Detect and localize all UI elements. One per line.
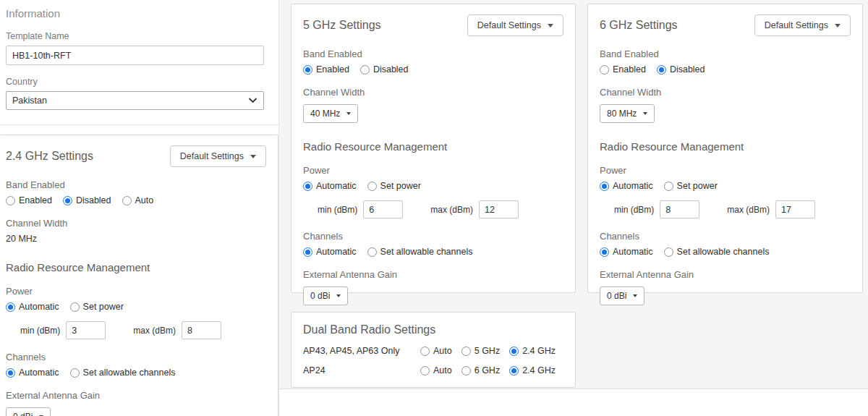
radio-label: Set allowable channels [83,368,176,378]
dual-row-label: AP43, AP45, AP63 Only [303,346,420,356]
radio-icon[interactable] [63,196,72,205]
radio-icon[interactable] [70,302,80,312]
radio-icon[interactable] [70,368,80,378]
max-dbm-input[interactable] [182,321,221,339]
radio-option-24ghz[interactable]: 2.4 GHz [509,346,556,356]
radio-icon[interactable] [367,182,377,191]
channel-width-value: 40 MHz [310,109,340,119]
channel-width-select[interactable]: 80 MHz [600,104,655,123]
band-enabled-label: Band Enabled [6,179,266,190]
band-enabled-group: Enabled Disabled [303,64,563,75]
country-select[interactable]: Pakistan [6,91,264,110]
dual-band-group: Auto 5 GHz 2.4 GHz [420,346,556,356]
radio-label: Enabled [316,64,349,75]
power-label: Power [6,286,266,297]
radio-icon[interactable] [303,247,312,257]
radio-option-24ghz[interactable]: 2.4 GHz [509,365,556,375]
radio-option-auto[interactable]: Auto [420,346,452,356]
radio-option-set-power[interactable]: Set power [664,181,718,191]
radio-icon[interactable] [303,65,312,75]
radio-option-disabled[interactable]: Disabled [657,64,705,75]
radio-option-set-power[interactable]: Set power [70,302,124,312]
radio-label: Automatic [19,368,59,378]
channel-width-value: 80 MHz [607,109,637,119]
radio-option-disabled[interactable]: Disabled [63,195,111,205]
radio-label: Enabled [613,64,646,75]
band-enabled-label: Band Enabled [600,48,851,59]
radio-icon[interactable] [509,366,519,375]
antenna-gain-select[interactable]: 0 dBi [600,286,644,305]
radio-option-automatic[interactable]: Automatic [303,247,357,257]
radio-icon[interactable] [461,347,471,356]
radio-icon[interactable] [6,196,15,205]
radio-icon[interactable] [122,196,132,205]
radio-option-enabled[interactable]: Enabled [600,64,646,75]
radio-option-automatic[interactable]: Automatic [303,181,357,191]
min-dbm-input[interactable] [363,200,403,218]
radio-option-5ghz[interactable]: 5 GHz [461,346,500,356]
power-minmax-row: min (dBm) max (dBm) [614,200,851,218]
radio-label: Enabled [19,195,52,205]
radio-option-6ghz[interactable]: 6 GHz [461,365,500,375]
default-settings-button[interactable]: Default Settings [170,145,266,167]
max-dbm-label: max (dBm) [430,205,473,215]
radio-icon[interactable] [461,366,471,375]
power-group: Automatic Set power [6,302,266,312]
channels-label: Channels [6,352,266,362]
antenna-gain-select[interactable]: 0 dBi [303,286,348,305]
radio-icon[interactable] [303,182,312,191]
rrm-title: Radio Resource Management [600,140,851,153]
radio-icon[interactable] [367,247,377,257]
dual-band-row-ap43: AP43, AP45, AP63 Only Auto 5 GHz 2.4 [303,346,563,356]
radio-label: Auto [433,365,452,375]
radio-option-auto[interactable]: Auto [420,365,452,375]
radio-option-set-allowable-channels[interactable]: Set allowable channels [367,247,473,257]
antenna-gain-label: External Antenna Gain [303,269,563,280]
radio-icon[interactable] [420,347,430,356]
radio-option-automatic[interactable]: Automatic [600,181,653,191]
default-settings-button[interactable]: Default Settings [467,14,563,36]
rf-template-page: Information Template Name Country Pakist… [0,0,868,416]
radio-label: 2.4 GHz [522,346,556,356]
antenna-gain-value: 0 dBi [607,291,626,301]
radio-option-set-power[interactable]: Set power [367,181,421,191]
antenna-gain-select[interactable]: 0 dBi [6,407,51,416]
radio-option-automatic[interactable]: Automatic [6,302,59,312]
radio-option-enabled[interactable]: Enabled [6,195,52,205]
radio-icon[interactable] [6,368,15,378]
country-select-value: Pakistan [12,95,47,106]
left-column: Information Template Name Country Pakist… [0,0,279,416]
radio-option-automatic[interactable]: Automatic [600,247,653,257]
max-dbm-input[interactable] [479,200,519,218]
radio-option-enabled[interactable]: Enabled [303,64,349,75]
radio-icon[interactable] [509,347,519,356]
radio-option-automatic[interactable]: Automatic [6,368,59,378]
radio-icon[interactable] [6,302,15,312]
max-dbm-input[interactable] [775,200,815,218]
panel-header: 6 GHz Settings Default Settings [600,14,851,36]
radio-label: Disabled [373,64,409,75]
radio-icon[interactable] [664,247,673,257]
max-dbm-label: max (dBm) [133,326,176,336]
right-column: 6 GHz Settings Default Settings Band Ena… [587,4,863,389]
radio-icon[interactable] [664,182,673,191]
radio-icon[interactable] [420,366,430,375]
radio-option-set-allowable-channels[interactable]: Set allowable channels [664,247,770,257]
default-settings-button[interactable]: Default Settings [754,14,851,36]
panel-5ghz: 5 GHz Settings Default Settings Band Ena… [291,4,576,293]
radio-icon[interactable] [600,247,609,257]
radio-option-set-allowable-channels[interactable]: Set allowable channels [70,368,176,378]
radio-label: Automatic [613,181,653,191]
radio-option-auto[interactable]: Auto [122,195,154,205]
radio-icon[interactable] [600,65,609,75]
min-dbm-input[interactable] [66,321,106,339]
min-dbm-input[interactable] [660,200,699,218]
radio-icon[interactable] [360,65,370,75]
channel-width-select[interactable]: 40 MHz [303,104,358,123]
default-settings-label: Default Settings [765,20,828,30]
radio-icon[interactable] [657,65,666,75]
radio-icon[interactable] [600,182,609,191]
template-name-input[interactable] [6,46,264,65]
min-dbm-label: min (dBm) [614,205,654,215]
radio-option-disabled[interactable]: Disabled [360,64,409,75]
